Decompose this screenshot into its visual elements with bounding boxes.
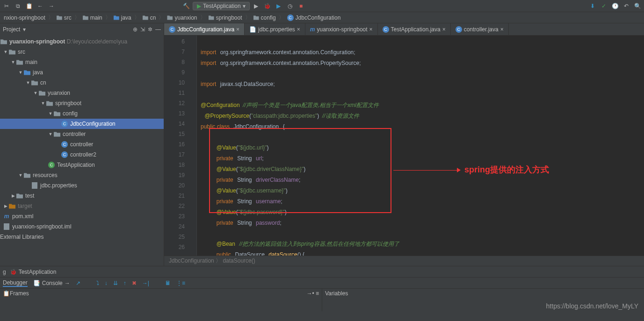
back-icon[interactable]: ←	[36, 1, 45, 11]
crumb-main[interactable]: main	[81, 14, 104, 21]
tree-java[interactable]: ▼java	[0, 67, 164, 78]
tree-src[interactable]: ▼src	[0, 47, 164, 57]
annotation-box	[209, 128, 391, 213]
find-icon[interactable]: 🔍	[633, 1, 642, 11]
annotation-text: spring提供的注入方式	[464, 164, 549, 175]
forward-icon[interactable]: →	[47, 1, 56, 11]
crumb-class[interactable]: CJdbcConfiguration	[285, 14, 343, 21]
tree-main[interactable]: ▼main	[0, 57, 164, 67]
copy-icon[interactable]: ⧉	[13, 1, 22, 11]
editor: CJdbcConfiguration.java×📄jdbc.properties…	[164, 23, 644, 266]
editor-body[interactable]: 67891011121314151617181920212223242526 i…	[164, 36, 644, 256]
editor-breadcrumb[interactable]: JdbcConfiguration 〉 dataSource()	[164, 256, 644, 266]
crumb-java[interactable]: java	[112, 14, 133, 21]
tab-yuanxion-springboot[interactable]: myuanxion-springboot×	[305, 23, 378, 35]
tree-controller-class[interactable]: Ccontroller	[0, 139, 164, 150]
debug-icon[interactable]: 🐞	[263, 1, 272, 11]
tree-resources[interactable]: ▼resources	[0, 170, 164, 180]
crumb-yuanxion[interactable]: yuanxion	[165, 14, 199, 21]
tab-console[interactable]: 📑 Console →	[33, 280, 70, 286]
tree-cn[interactable]: ▼cn	[0, 78, 164, 88]
marker-gutter	[188, 36, 197, 256]
run-tab-bar: g 🐞 TestApplication	[0, 266, 644, 278]
frames-label: Frames	[10, 290, 29, 297]
tree-pom[interactable]: mpom.xml	[0, 211, 164, 221]
drop-frame-icon[interactable]: ✖	[132, 280, 137, 286]
tree-ext-lib[interactable]: External Libraries	[0, 232, 164, 242]
watermark: https://blog.csdn.net/love_MyLY	[546, 302, 638, 310]
settings-icon[interactable]: ✲	[148, 26, 152, 33]
debug-tabs: Debugger 📑 Console → ↗ ⤵ ↓ ⇊ ↑ ✖ →| 🖩 ⋮≡	[0, 278, 644, 289]
force-step-icon[interactable]: ⇊	[113, 280, 118, 286]
main-toolbar: ✂ ⧉ 📋 ← → 🔨 ▶ TestApplication ▾ ▶ 🐞 ▶ ◷ …	[0, 0, 644, 12]
project-panel-header: Project ▾ ⊕ ⇲ ✲ —	[0, 23, 164, 36]
annotation-arrow	[393, 170, 459, 171]
tree-target[interactable]: ▶target	[0, 201, 164, 211]
target-icon[interactable]: ⊕	[133, 26, 137, 33]
run-tab-testapp[interactable]: 🐞 TestApplication	[10, 269, 57, 275]
tree-controller-pkg[interactable]: ▼controller	[0, 129, 164, 139]
paste-icon[interactable]: 📋	[24, 1, 34, 11]
build-icon[interactable]: 🔨	[181, 1, 191, 11]
coverage-icon[interactable]: ▶	[274, 1, 283, 11]
git-commit-icon[interactable]: ✓	[599, 1, 608, 11]
crumb-project[interactable]: nxion-springboot	[2, 14, 47, 21]
tree-jdbc-configuration[interactable]: CJdbcConfiguration	[0, 119, 164, 129]
history-icon[interactable]: 🕐	[610, 1, 620, 11]
tab-controller-java[interactable]: Ccontroller.java×	[451, 23, 509, 35]
variables-label: Variables	[325, 290, 348, 297]
crumb-springboot[interactable]: springboot	[207, 14, 244, 21]
editor-tabs: CJdbcConfiguration.java×📄jdbc.properties…	[164, 23, 644, 36]
collapse-icon[interactable]: ⇲	[140, 26, 145, 33]
step-over-icon[interactable]: ⤵	[96, 280, 99, 286]
code-area[interactable]: import org.springframework.context.annot…	[197, 36, 644, 256]
profile-icon[interactable]: ◷	[285, 1, 295, 11]
project-tree[interactable]: yuanxion-springboot D:\leyou\code\demo\y…	[0, 36, 164, 266]
git-pull-icon[interactable]: ⬇	[588, 1, 597, 11]
debug-tool-window: g 🐞 TestApplication Debugger 📑 Console →…	[0, 266, 644, 321]
project-tool-window: Project ▾ ⊕ ⇲ ✲ — yuanxion-springboot D:…	[0, 23, 164, 266]
more-icon[interactable]: ⋮≡	[176, 280, 185, 286]
scissors-icon[interactable]: ✂	[2, 1, 11, 11]
tree-yuanxion[interactable]: ▼yuanxion	[0, 88, 164, 98]
line-gutter: 67891011121314151617181920212223242526	[164, 36, 188, 256]
tree-jdbc-props[interactable]: jdbc.properties	[0, 180, 164, 191]
tree-springboot[interactable]: ▼springboot	[0, 98, 164, 108]
hide-icon[interactable]: —	[155, 26, 161, 33]
tab-debugger[interactable]: Debugger	[3, 279, 28, 287]
run-config-selector[interactable]: ▶ TestApplication ▾	[193, 2, 250, 10]
crumb-config[interactable]: config	[252, 14, 278, 21]
crumb-src[interactable]: src	[55, 14, 73, 21]
run-to-cursor-icon[interactable]: →|	[142, 280, 149, 286]
tab-jdbcconfiguration-java[interactable]: CJdbcConfiguration.java×	[164, 23, 245, 35]
tree-controller2-class[interactable]: Ccontroller2	[0, 150, 164, 160]
tree-iml[interactable]: yuanxion-springboot.iml	[0, 221, 164, 232]
navigation-breadcrumb: nxion-springboot〉 src〉 main〉 java〉 cn〉 y…	[0, 12, 644, 23]
panel-title: Project	[3, 26, 20, 33]
arrow-head-icon	[457, 168, 461, 172]
step-into-icon[interactable]: ↓	[105, 280, 108, 286]
evaluate-icon[interactable]: 🖩	[165, 280, 171, 286]
tree-project-root[interactable]: yuanxion-springboot D:\leyou\code\demo\y…	[0, 36, 164, 47]
tree-testapp[interactable]: CTestApplication	[0, 160, 164, 170]
tree-test[interactable]: ▶test	[0, 191, 164, 201]
filter-icon[interactable]: ↗	[76, 280, 80, 286]
crumb-cn[interactable]: cn	[141, 14, 158, 21]
tab-testapplication-java[interactable]: CTestApplication.java×	[378, 23, 451, 35]
stop-icon[interactable]: ■	[297, 1, 306, 11]
run-icon[interactable]: ▶	[252, 1, 261, 11]
tree-config[interactable]: ▼config	[0, 108, 164, 119]
step-out-icon[interactable]: ↑	[123, 280, 126, 286]
frames-pane: 📋 Frames→• ≡	[0, 289, 322, 311]
tab-jdbc-properties[interactable]: 📄jdbc.properties×	[245, 23, 305, 35]
revert-icon[interactable]: ↶	[622, 1, 631, 11]
